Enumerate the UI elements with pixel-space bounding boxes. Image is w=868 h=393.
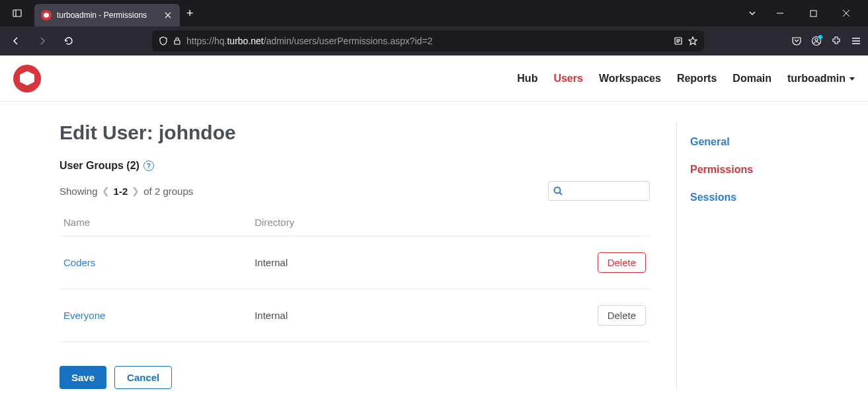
nav-domain[interactable]: Domain: [732, 73, 771, 85]
sidebar-item-general[interactable]: General: [690, 128, 809, 156]
sidebar: General Permissions Sessions: [676, 122, 809, 389]
browser-chrome: turboadmin - Permissions +: [0, 0, 868, 55]
tab-title: turboadmin - Permissions: [57, 11, 157, 20]
svg-line-20: [560, 193, 563, 196]
menu-icon[interactable]: [851, 36, 861, 46]
shield-icon[interactable]: [159, 36, 168, 46]
bookmark-icon[interactable]: [688, 36, 697, 46]
pager-prev-icon[interactable]: ❮: [102, 186, 110, 196]
forward-button[interactable]: [33, 32, 52, 50]
directory-cell: Internal: [251, 236, 433, 289]
nav-reports[interactable]: Reports: [677, 73, 717, 85]
col-name: Name: [59, 209, 251, 236]
pocket-icon[interactable]: [791, 36, 802, 46]
browser-toolbar: https://hq.turbo.net/admin/users/userPer…: [0, 26, 868, 55]
lock-icon[interactable]: [173, 36, 181, 46]
top-nav: Hub Users Workspaces Reports Domain turb…: [0, 55, 868, 102]
page-content: Hub Users Workspaces Reports Domain turb…: [0, 55, 868, 393]
account-icon[interactable]: [811, 36, 822, 46]
nav-user-dropdown[interactable]: turboadmin: [787, 73, 855, 85]
nav-users[interactable]: Users: [553, 73, 582, 85]
svg-rect-8: [175, 40, 180, 44]
tab-favicon: [41, 10, 52, 20]
extensions-icon[interactable]: [831, 36, 842, 46]
search-icon: [553, 186, 563, 196]
section-label: User Groups (2): [59, 160, 139, 172]
save-button[interactable]: Save: [59, 366, 106, 389]
svg-marker-13: [689, 37, 697, 45]
help-icon[interactable]: ?: [143, 161, 154, 171]
pager-next-icon[interactable]: ❯: [132, 186, 139, 196]
table-row: Coders Internal Delete: [59, 236, 650, 289]
tabs-dropdown-icon[interactable]: [748, 9, 757, 18]
tab-close-icon[interactable]: [163, 10, 173, 20]
col-directory: Directory: [251, 209, 433, 236]
search-input[interactable]: [548, 181, 650, 201]
svg-point-19: [555, 188, 561, 194]
sidebar-item-sessions[interactable]: Sessions: [690, 184, 809, 211]
group-link[interactable]: Coders: [63, 257, 95, 268]
table-row: Everyone Internal Delete: [59, 289, 650, 342]
page-title: Edit User: johndoe: [59, 122, 650, 144]
window-maximize-icon[interactable]: [803, 10, 823, 17]
url-bar[interactable]: https://hq.turbo.net/admin/users/userPer…: [152, 30, 704, 52]
pagination-text: Showing ❮ 1-2 ❯ of 2 groups: [59, 186, 193, 197]
delete-button[interactable]: Delete: [598, 252, 646, 273]
svg-rect-5: [810, 11, 816, 17]
group-link[interactable]: Everyone: [63, 310, 105, 321]
delete-button[interactable]: Delete: [598, 305, 646, 326]
logo[interactable]: [13, 65, 41, 92]
new-tab-button[interactable]: +: [186, 7, 194, 20]
sidebar-item-permissions[interactable]: Permissions: [690, 156, 809, 184]
titlebar: turboadmin - Permissions +: [0, 0, 868, 26]
svg-rect-0: [13, 10, 21, 17]
window-close-icon[interactable]: [836, 9, 856, 17]
directory-cell: Internal: [251, 289, 433, 342]
nav-hub[interactable]: Hub: [517, 73, 537, 85]
back-button[interactable]: [7, 32, 25, 50]
cancel-button[interactable]: Cancel: [114, 366, 172, 389]
window-minimize-icon[interactable]: [770, 9, 790, 17]
tab-strip: turboadmin - Permissions +: [34, 0, 736, 26]
sidebar-toggle-icon[interactable]: [12, 8, 22, 18]
url-text: https://hq.turbo.net/admin/users/userPer…: [186, 36, 668, 46]
nav-links: Hub Users Workspaces Reports Domain turb…: [517, 73, 855, 85]
reader-mode-icon[interactable]: [674, 36, 683, 46]
svg-point-15: [815, 38, 818, 41]
groups-table: Name Directory Coders Internal Delete Ev…: [59, 209, 650, 342]
main-content: Edit User: johndoe User Groups (2) ? Sho…: [59, 122, 650, 389]
nav-workspaces[interactable]: Workspaces: [599, 73, 661, 85]
browser-tab[interactable]: turboadmin - Permissions: [34, 4, 180, 26]
section-header: User Groups (2) ?: [59, 160, 650, 172]
reload-button[interactable]: [59, 32, 78, 50]
search-box: [548, 181, 650, 201]
